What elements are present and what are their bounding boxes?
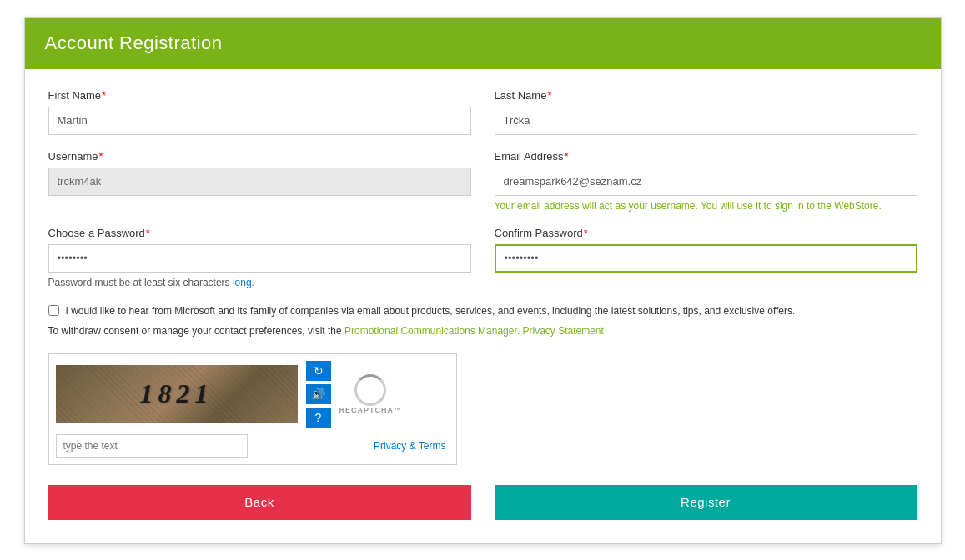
username-email-row: Username* Email Address* Your email addr…	[48, 150, 917, 212]
card-body: First Name* Last Name* Username*	[25, 69, 941, 543]
email-required: *	[565, 150, 569, 162]
password-col: Choose a Password* Password must be at l…	[48, 227, 471, 288]
confirm-password-label: Confirm Password*	[495, 227, 917, 239]
checkbox-row: I would like to hear from Microsoft and …	[48, 303, 917, 318]
recaptcha-spinner	[354, 374, 386, 406]
promo-comm-link[interactable]: Promotional Communications Manager.	[344, 325, 520, 337]
password-hint-link[interactable]: long.	[233, 277, 254, 288]
email-col: Email Address* Your email address will a…	[495, 150, 917, 212]
last-name-label: Last Name*	[495, 89, 917, 102]
email-hint: Your email address will act as your user…	[495, 200, 917, 212]
username-label: Username*	[48, 150, 471, 162]
captcha-logo-area: reCAPTCHA™	[339, 374, 403, 414]
captcha-controls: ↻ 🔊 ?	[306, 361, 331, 428]
confirm-password-col: Confirm Password*	[495, 227, 917, 288]
checkbox-section: I would like to hear from Microsoft and …	[48, 303, 917, 338]
form-card: Account Registration First Name* Last Na…	[24, 17, 942, 544]
password-hint: Password must be at least six characters…	[48, 277, 471, 288]
captcha-section: 1821 ↻ 🔊 ? reCAPTCHA™	[48, 353, 457, 465]
checkbox-label: I would like to hear from Microsoft and …	[66, 303, 796, 318]
confirm-password-required: *	[584, 227, 588, 239]
first-name-label: First Name*	[48, 89, 471, 102]
password-input[interactable]	[48, 244, 471, 272]
captcha-image: 1821	[56, 365, 298, 423]
last-name-required: *	[547, 89, 551, 102]
captcha-audio-btn[interactable]: 🔊	[306, 384, 331, 404]
captcha-input-row: Privacy & Terms	[56, 434, 450, 458]
username-input[interactable]	[48, 168, 471, 196]
first-name-input[interactable]	[48, 107, 471, 135]
password-label: Choose a Password*	[48, 227, 471, 239]
captcha-text: 1821	[140, 378, 214, 409]
recaptcha-logo	[354, 374, 386, 406]
captcha-input[interactable]	[56, 434, 248, 458]
first-name-col: First Name*	[48, 89, 471, 135]
page-title: Account Registration	[45, 32, 921, 54]
password-row: Choose a Password* Password must be at l…	[48, 227, 917, 288]
privacy-terms-link[interactable]: Privacy & Terms	[374, 440, 449, 452]
username-required: *	[98, 150, 103, 162]
email-input[interactable]	[495, 168, 917, 196]
card-header: Account Registration	[25, 18, 941, 69]
name-row: First Name* Last Name*	[48, 89, 917, 135]
password-required: *	[146, 227, 150, 239]
confirm-password-input[interactable]	[495, 244, 917, 272]
first-name-required: *	[102, 89, 106, 102]
back-button[interactable]: Back	[48, 485, 471, 520]
page-container: Account Registration First Name* Last Na…	[0, 0, 965, 560]
last-name-input[interactable]	[495, 107, 917, 135]
captcha-help-btn[interactable]: ?	[306, 408, 331, 428]
captcha-refresh-btn[interactable]: ↻	[306, 361, 331, 381]
register-button[interactable]: Register	[495, 485, 917, 520]
last-name-col: Last Name*	[495, 89, 917, 135]
email-label: Email Address*	[495, 150, 917, 162]
button-row: Back Register	[48, 485, 917, 520]
captcha-top: 1821 ↻ 🔊 ? reCAPTCHA™	[56, 361, 450, 428]
consent-withdraw: To withdraw consent or manage your conta…	[48, 323, 917, 338]
username-col: Username*	[48, 150, 471, 212]
privacy-statement-link[interactable]: Privacy Statement	[520, 325, 604, 337]
recaptcha-text: reCAPTCHA™	[339, 406, 403, 414]
marketing-checkbox[interactable]	[48, 305, 59, 316]
